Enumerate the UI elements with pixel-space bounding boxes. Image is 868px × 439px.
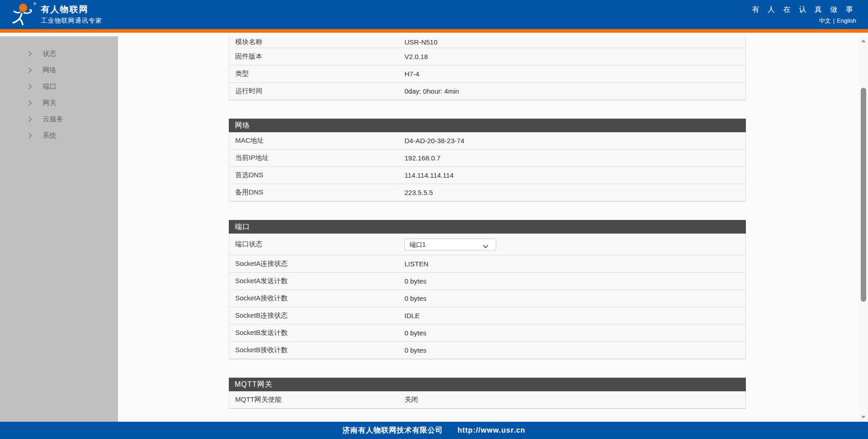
footer: 济南有人物联网技术有限公司 http://www.usr.cn bbox=[0, 422, 868, 439]
logo-icon: ® bbox=[9, 3, 35, 26]
scrollbar-thumb[interactable] bbox=[861, 88, 866, 302]
row-value: IDLE bbox=[404, 312, 419, 319]
chevron-right-icon bbox=[28, 133, 37, 139]
row-label: SocketB发送计数 bbox=[229, 329, 404, 337]
section-header-network: 网络 bbox=[229, 119, 746, 132]
lang-separator: | bbox=[833, 17, 834, 24]
sidebar-item-label: 系统 bbox=[43, 131, 56, 140]
sidebar-item-label: 端口 bbox=[43, 82, 56, 91]
table-row: 端口状态端口1 bbox=[229, 234, 745, 255]
row-value: 关闭 bbox=[404, 395, 418, 404]
sidebar-item-label: 网络 bbox=[43, 66, 56, 75]
row-label: 运行时间 bbox=[229, 87, 404, 95]
table-row: SocketB连接状态IDLE bbox=[229, 307, 745, 324]
table-row: 模块名称USR-N510 bbox=[229, 36, 745, 48]
row-value: 0day: 0hour: 4min bbox=[404, 87, 459, 95]
lang-en-link[interactable]: English bbox=[837, 17, 856, 24]
sidebar-item-6[interactable]: 系统 bbox=[0, 127, 118, 144]
row-label: 端口状态 bbox=[229, 240, 404, 249]
row-value: 114.114.114.114 bbox=[404, 171, 454, 179]
vertical-scrollbar[interactable] bbox=[859, 36, 868, 422]
row-label: SocketA接收计数 bbox=[229, 294, 404, 303]
registered-mark: ® bbox=[33, 2, 36, 6]
sidebar-item-3[interactable]: 端口 bbox=[0, 78, 118, 95]
table-row: SocketB接收计数0 bytes bbox=[229, 342, 745, 359]
section-network: 网络MAC地址D4-AD-20-38-23-74当前IP地址192.168.0.… bbox=[229, 119, 746, 202]
row-label: SocketA发送计数 bbox=[229, 277, 404, 285]
row-value: LISTEN bbox=[404, 260, 429, 268]
sidebar-item-4[interactable]: 网关 bbox=[0, 95, 118, 111]
row-value: D4-AD-20-38-23-74 bbox=[404, 137, 464, 145]
row-label: 备用DNS bbox=[229, 188, 404, 197]
row-value: 0 bytes bbox=[404, 329, 426, 337]
chevron-right-icon bbox=[28, 100, 37, 106]
row-label: 模块名称 bbox=[229, 38, 404, 46]
table-row: MQTT网关使能关闭 bbox=[229, 391, 745, 409]
table-row: 当前IP地址192.168.0.7 bbox=[229, 150, 745, 167]
sidebar-item-2[interactable]: 网络 bbox=[0, 62, 118, 78]
chevron-right-icon bbox=[28, 116, 37, 122]
row-value: 223.5.5.5 bbox=[404, 189, 433, 196]
status-tables: 模块名称USR-N510固件版本V2.0.18类型H7-4运行时间0day: 0… bbox=[229, 36, 746, 422]
slogan: 有 人 在 认 真 做 事 bbox=[752, 5, 856, 15]
row-label: SocketB接收计数 bbox=[229, 346, 404, 354]
scroll-up-icon[interactable] bbox=[859, 37, 868, 45]
row-value: 0 bytes bbox=[404, 277, 426, 285]
chevron-right-icon bbox=[28, 67, 37, 73]
section-port: 端口端口状态端口1SocketA连接状态LISTENSocketA发送计数0 b… bbox=[229, 220, 746, 359]
brand-subtitle: 工业物联网通讯专家 bbox=[41, 16, 102, 25]
row-value: V2.0.18 bbox=[404, 53, 428, 60]
chevron-right-icon bbox=[28, 51, 37, 57]
sidebar-item-label: 网关 bbox=[43, 99, 56, 107]
top-header: ® 有人物联网 工业物联网通讯专家 有 人 在 认 真 做 事 中文|Engli… bbox=[0, 0, 868, 33]
row-value: 192.168.0.7 bbox=[404, 154, 440, 162]
sidebar-item-label: 状态 bbox=[43, 50, 56, 58]
row-label: SocketB连接状态 bbox=[229, 311, 404, 320]
sidebar-nav: 状态网络端口网关云服务系统 bbox=[0, 36, 118, 422]
footer-url-link[interactable]: http://www.usr.cn bbox=[458, 426, 526, 434]
row-value: 0 bytes bbox=[404, 346, 426, 354]
table-row: SocketA接收计数0 bytes bbox=[229, 290, 745, 307]
sidebar-item-1[interactable]: 状态 bbox=[0, 45, 118, 62]
row-label: SocketA连接状态 bbox=[229, 259, 404, 268]
row-label: 固件版本 bbox=[229, 52, 404, 61]
row-label: 类型 bbox=[229, 70, 404, 78]
language-switcher: 中文|English bbox=[752, 17, 856, 25]
chevron-right-icon bbox=[28, 84, 37, 90]
lang-zh-link[interactable]: 中文 bbox=[819, 17, 831, 24]
table-row: 首选DNS114.114.114.114 bbox=[229, 167, 745, 184]
table-row: MAC地址D4-AD-20-38-23-74 bbox=[229, 132, 745, 150]
row-value: USR-N510 bbox=[404, 38, 438, 46]
port-select[interactable]: 端口1 bbox=[404, 239, 496, 250]
sidebar-item-5[interactable]: 云服务 bbox=[0, 111, 118, 127]
row-label: MQTT网关使能 bbox=[229, 395, 404, 404]
section-header-mqtt-gateway: MQTT网关 bbox=[229, 378, 746, 391]
table-row: SocketA发送计数0 bytes bbox=[229, 273, 745, 290]
table-row: 运行时间0day: 0hour: 4min bbox=[229, 83, 745, 100]
brand-title: 有人物联网 bbox=[41, 4, 102, 15]
scroll-down-icon[interactable] bbox=[859, 414, 868, 421]
table-row: SocketA连接状态LISTEN bbox=[229, 255, 745, 273]
section-mqtt-gateway: MQTT网关MQTT网关使能关闭 bbox=[229, 378, 746, 409]
table-row: 类型H7-4 bbox=[229, 65, 745, 83]
row-label: MAC地址 bbox=[229, 136, 404, 145]
row-value: 0 bytes bbox=[404, 294, 426, 302]
row-value: H7-4 bbox=[404, 70, 419, 78]
table-row: 固件版本V2.0.18 bbox=[229, 48, 745, 65]
brand: ® 有人物联网 工业物联网通讯专家 bbox=[0, 3, 102, 26]
section-header-port: 端口 bbox=[229, 220, 746, 234]
row-label: 首选DNS bbox=[229, 171, 404, 180]
row-label: 当前IP地址 bbox=[229, 154, 404, 162]
table-row: SocketB发送计数0 bytes bbox=[229, 324, 745, 342]
footer-company: 济南有人物联网技术有限公司 bbox=[343, 426, 443, 435]
main-content: 模块名称USR-N510固件版本V2.0.18类型H7-4运行时间0day: 0… bbox=[118, 36, 859, 422]
table-row: 备用DNS223.5.5.5 bbox=[229, 184, 745, 201]
sidebar-item-label: 云服务 bbox=[43, 115, 63, 124]
section-device-overview: 模块名称USR-N510固件版本V2.0.18类型H7-4运行时间0day: 0… bbox=[229, 36, 746, 100]
